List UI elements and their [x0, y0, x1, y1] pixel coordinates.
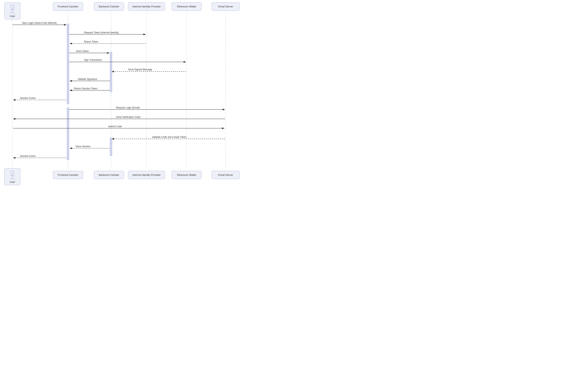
msg-send-verification: Send Verification Code — [116, 116, 140, 118]
actor-box-email-top: Email Server — [212, 2, 240, 10]
svg-line-4 — [13, 12, 15, 14]
msg-session-active-1: Session Active — [20, 97, 36, 100]
svg-line-36 — [13, 178, 15, 180]
actor-box-email-bottom: Email Server — [212, 171, 240, 179]
actor-box-user-bottom: User — [5, 168, 21, 185]
actor-label-backend-bottom: Backend Canister — [99, 174, 119, 176]
svg-rect-16 — [110, 138, 112, 156]
actor-box-wallet-top: Ethereum Wallet — [172, 2, 202, 10]
msg-send-signed: Send Signed Message — [128, 68, 152, 71]
actor-label-identity-bottom: Internet Identity Provider — [132, 174, 161, 176]
msg-request-login-email: Request Login (Email) — [116, 106, 140, 109]
svg-line-35 — [11, 178, 13, 180]
msg-validate-sig: Validate Signature — [78, 78, 97, 80]
actor-box-user-top: User — [5, 2, 21, 20]
arrows-layer — [0, 0, 292, 196]
svg-line-3 — [11, 12, 13, 14]
svg-point-32 — [11, 171, 14, 174]
actor-label-frontend-bottom: Frontend Canister — [58, 174, 78, 176]
actor-label-backend-top: Backend Canister — [99, 5, 119, 8]
svg-point-0 — [11, 5, 14, 8]
actor-label-user-top: User — [10, 14, 15, 18]
actor-label-wallet-bottom: Ethereum Wallet — [177, 174, 196, 176]
svg-rect-14 — [110, 52, 112, 92]
actor-label-user-bottom: User — [10, 180, 15, 184]
actor-label-email-bottom: Email Server — [218, 174, 233, 176]
sequence-diagram: User Frontend Canister Backend Canister … — [0, 0, 292, 196]
actor-box-frontend-bottom: Frontend Canister — [53, 171, 83, 179]
actor-label-wallet-top: Ethereum Wallet — [177, 5, 196, 8]
actor-label-identity-top: Internet Identity Provider — [132, 5, 161, 8]
actor-box-identity-top: Internet Identity Provider — [128, 2, 165, 10]
actor-label-frontend-top: Frontend Canister — [58, 5, 78, 8]
msg-session-active-2: Session Active — [20, 155, 36, 158]
msg-submit-code: Submit Code — [108, 125, 122, 128]
actor-box-wallet-bottom: Ethereum Wallet — [172, 171, 202, 179]
msg-validate-code: Validate Code and Create Token — [152, 136, 186, 138]
actor-label-email-top: Email Server — [218, 5, 233, 8]
actor-box-identity-bottom: Internet Identity Provider — [128, 171, 165, 179]
msg-store-token: Store Token — [76, 50, 89, 52]
msg-return-session: Return Session Token — [74, 87, 97, 90]
msg-start-login: Start Login (Select Auth Method) — [22, 22, 57, 24]
actor-box-backend-bottom: Backend Canister — [94, 171, 124, 179]
msg-sign-transaction: Sign Transaction — [84, 58, 102, 61]
msg-return-token: Return Token — [84, 40, 98, 43]
actor-box-frontend-top: Frontend Canister — [53, 2, 83, 10]
svg-rect-13 — [67, 24, 69, 104]
msg-request-token: Request Token (Internet Identity) — [84, 31, 119, 34]
actor-box-backend-top: Backend Canister — [94, 2, 124, 10]
svg-rect-15 — [67, 108, 69, 160]
msg-store-session: Store Session — [76, 145, 91, 148]
